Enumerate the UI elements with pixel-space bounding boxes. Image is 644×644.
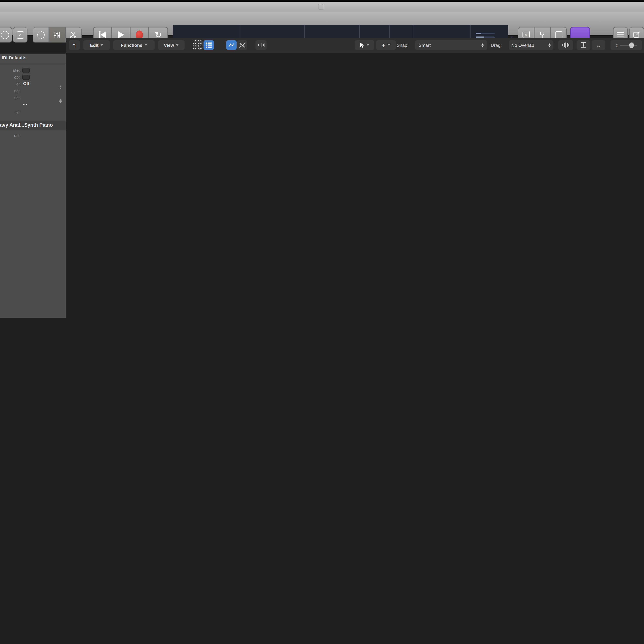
inspector-row-label: ng: [0,88,20,94]
waveform-zoom-button[interactable] [558,40,573,50]
inspector-row-value[interactable]: Off [23,81,53,87]
secondary-tool-button[interactable]: + [376,40,396,50]
inspector-checkbox[interactable] [22,68,30,73]
inspector-checkbox[interactable] [22,75,30,80]
list-view-button[interactable] [204,40,214,50]
flex-button[interactable] [237,40,247,50]
help-icon [1,31,9,39]
solo-icon [555,31,562,38]
automation-icon [228,43,234,48]
track-functions-menu[interactable]: Functions [113,40,155,50]
snap-select[interactable]: Smart [415,40,487,50]
rewind-icon [99,31,106,38]
inspector-row-value[interactable]: - - [23,102,53,107]
tuning-fork-icon [539,31,545,39]
inspector-row-label: ute: [0,68,20,73]
snap-value: Smart [419,43,431,48]
stepper-icon [481,43,484,47]
inspector-row-label: ity: [0,109,20,115]
scissors-icon [70,31,77,39]
inspector-stepper[interactable] [59,81,64,87]
divider [0,64,66,64]
checkbox-icon: ✓ [17,31,24,38]
catch-icon [258,43,264,48]
grid-view-button[interactable] [193,40,203,50]
smart-controls-icon [37,31,44,38]
back-button[interactable]: ↰ [69,40,80,50]
inspector-row-label: op: [0,75,20,80]
track-edit-menu[interactable]: Edit [83,40,110,50]
titlebar[interactable] [0,0,644,12]
track-edit-menu-label: Edit [90,43,99,48]
automation-button[interactable] [226,40,237,50]
track-icon[interactable] [24,131,41,144]
inspector-stepper[interactable] [59,95,64,100]
chevron-down-icon [387,44,390,46]
chevron-down-icon [367,44,369,46]
track-functions-menu-label: Functions [121,43,142,48]
inspector-row-label: on: [0,133,20,139]
quick-help-button[interactable]: ✓ [13,27,27,43]
inspector-section-midi-defaults[interactable]: IDI Defaults [2,55,64,62]
inspector-track-title: avy Anal...Synth Piano [0,122,64,129]
divider [0,130,66,130]
zoom-slider[interactable]: ↕ [611,40,642,50]
pointer-tool-button[interactable] [355,40,374,50]
drag-select[interactable]: No Overlap [509,40,553,50]
drag-value: No Overlap [511,43,534,48]
horizontal-zoom-button[interactable]: ↔ [592,40,605,50]
list-icon [617,32,624,38]
stepper-icon [548,43,551,47]
mixer-icon [53,31,61,39]
chevron-down-icon [101,44,103,46]
track-view-menu-label: View [164,43,174,48]
vertical-zoom-icon [581,42,586,48]
snap-label: Snap: [397,43,414,49]
vertical-zoom-button[interactable] [577,40,590,50]
play-icon [118,31,124,39]
control-bar: ✓ ↻ [0,12,644,36]
horizontal-zoom-icon: ↔ [596,42,601,48]
document-icon [319,4,323,9]
track-view-menu[interactable]: View [158,40,185,50]
drag-label: Drag: [491,43,507,49]
inspector-row-label: e: [0,82,20,87]
stepper-icon [59,85,62,89]
inspector-row-label: se: [0,95,20,101]
divider [0,53,66,54]
notepad-icon [633,31,640,38]
zoom-slider-handle[interactable] [629,42,634,48]
mixer-button[interactable] [49,27,65,43]
smart-controls-button[interactable] [33,27,49,43]
flex-icon [239,42,245,48]
zoom-arrows-icon: ↕ [616,42,618,48]
chevron-down-icon [144,44,147,46]
chevron-down-icon [176,44,179,46]
catch-playhead-button[interactable] [255,40,267,50]
help-button[interactable] [0,27,12,43]
crosshair-icon: + [382,42,385,49]
track-list-icon [206,43,212,48]
logic-pro-window: ✓ ↻ [0,0,644,644]
stepper-icon [59,99,62,103]
waveform-zoom-icon [562,43,570,48]
cpu-meter [476,32,495,34]
pointer-icon [360,42,365,48]
zoom-slider-track[interactable] [620,44,637,46]
